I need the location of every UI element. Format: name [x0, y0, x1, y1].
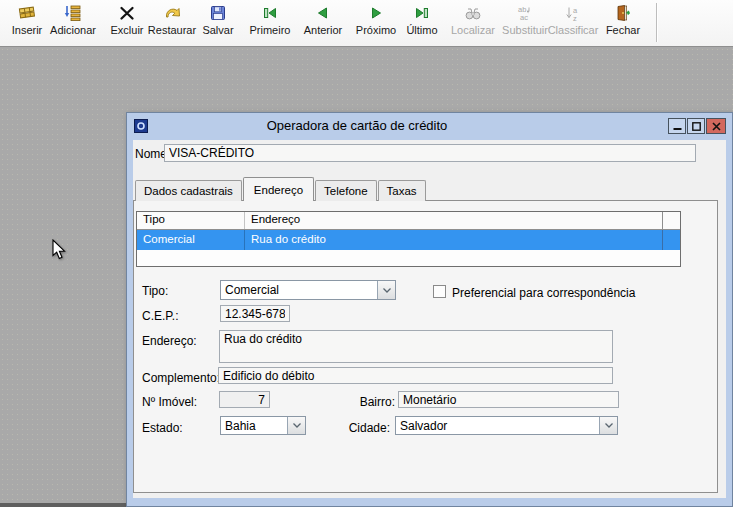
bairro-input[interactable] [398, 391, 619, 408]
mouse-cursor-arrow [52, 239, 66, 265]
toolbar-label: Anterior [304, 24, 343, 36]
toolbar-label: Último [406, 24, 437, 36]
preferencial-checkbox[interactable] [433, 285, 446, 298]
toolbar-label: Primeiro [250, 24, 291, 36]
cidade-combobox[interactable]: Salvador [395, 416, 618, 435]
toolbar-label: Próximo [356, 24, 396, 36]
svg-text:ac: ac [520, 13, 528, 22]
toolbar-button-localizar: Localizar [446, 2, 500, 44]
grid-column-header-tipo[interactable]: Tipo [137, 212, 245, 229]
maximize-icon [692, 122, 701, 131]
estado-combobox[interactable]: Bahia [220, 416, 306, 435]
insert-icon [18, 2, 36, 23]
complemento-input[interactable] [218, 367, 613, 384]
toolbar-button-fechar[interactable]: Fechar [596, 2, 650, 44]
tab-telefone[interactable]: Telefone [315, 180, 376, 201]
grid-cell-spacer [662, 230, 680, 250]
toolbar-label: Localizar [451, 24, 495, 36]
grid-cell-endereco[interactable]: Rua do crédito [245, 230, 663, 250]
toolbar-label: Inserir [12, 24, 43, 36]
toolbar-button-ultimo[interactable]: Último [395, 2, 449, 44]
endereco-tab-panel: Tipo Endereço Comercial Rua do crédito T… [133, 200, 718, 493]
chevron-down-icon[interactable] [599, 417, 617, 434]
cidade-label: Cidade: [344, 421, 390, 435]
toolbar-label: Restaurar [148, 24, 196, 36]
close-icon [712, 122, 721, 131]
sort-icon: az [564, 2, 582, 23]
address-grid: Tipo Endereço Comercial Rua do crédito [136, 211, 681, 267]
toolbar-label: Excluir [110, 24, 143, 36]
nome-input[interactable] [164, 144, 696, 162]
toolbar-button-primeiro[interactable]: Primeiro [243, 2, 297, 44]
grid-column-header-spacer [662, 212, 680, 229]
grid-header: Tipo Endereço [137, 212, 680, 230]
toolbar-label: Fechar [606, 24, 640, 36]
minimize-button[interactable] [668, 118, 686, 134]
bairro-label: Bairro: [344, 395, 395, 409]
find-icon [464, 2, 482, 23]
maximize-button[interactable] [687, 118, 705, 134]
svg-text:z: z [573, 13, 577, 22]
complemento-label: Complemento: [142, 371, 220, 385]
numero-imovel-input[interactable] [219, 391, 270, 408]
endereco-label: Endereço: [142, 334, 197, 348]
chevron-down-icon[interactable] [287, 417, 305, 434]
last-record-icon [413, 2, 431, 23]
toolbar-button-substituir: abac Substituir [498, 2, 552, 44]
grid-cell-tipo[interactable]: Comercial [137, 230, 245, 250]
numero-imovel-label: Nº Imóvel: [142, 395, 197, 409]
dialog-client-area: Nome: Dados cadastrais Endereço Telefone… [133, 140, 726, 498]
exit-door-icon [614, 2, 632, 23]
cep-label: C.E.P.: [142, 309, 178, 323]
save-icon [209, 2, 227, 23]
chevron-down-icon[interactable] [377, 281, 395, 299]
first-record-icon [261, 2, 279, 23]
tipo-label: Tipo: [142, 284, 168, 298]
toolbar-button-salvar[interactable]: Salvar [191, 2, 245, 44]
toolbar-separator [656, 3, 657, 42]
delete-icon [118, 2, 136, 23]
estado-combobox-value: Bahia [221, 419, 287, 433]
cep-input[interactable] [220, 305, 290, 322]
toolbar-label: Substituir [502, 24, 548, 36]
preferencial-label: Preferencial para correspondência [452, 286, 635, 300]
tipo-combobox[interactable]: Comercial [220, 280, 396, 300]
estado-label: Estado: [142, 421, 183, 435]
minimize-icon [673, 122, 682, 131]
toolbar-label: Adicionar [50, 24, 96, 36]
credit-card-operator-window: Operadora de cartão de crédito Nome: Dad… [126, 112, 733, 507]
tab-strip: Dados cadastrais Endereço Telefone Taxas [135, 177, 427, 201]
grid-row-selected[interactable]: Comercial Rua do crédito [137, 230, 680, 250]
append-icon [64, 2, 82, 23]
main-toolbar: Inserir Adicionar Excluir Restaurar Salv… [0, 0, 733, 47]
close-button[interactable] [706, 118, 726, 134]
tipo-combobox-value: Comercial [221, 283, 377, 297]
window-titlebar[interactable]: Operadora de cartão de crédito [127, 113, 732, 140]
toolbar-button-adicionar[interactable]: Adicionar [46, 2, 100, 44]
previous-record-icon [314, 2, 332, 23]
toolbar-label: Classificar [548, 24, 599, 36]
toolbar-button-anterior[interactable]: Anterior [296, 2, 350, 44]
window-title: Operadora de cartão de crédito [267, 118, 448, 133]
cidade-combobox-value: Salvador [396, 419, 599, 433]
grid-column-header-endereco[interactable]: Endereço [245, 212, 663, 229]
replace-icon: abac [516, 2, 534, 23]
next-record-icon [367, 2, 385, 23]
screen-bottom-edge [0, 503, 126, 507]
endereco-textarea[interactable]: Rua do crédito [219, 330, 613, 363]
toolbar-label: Salvar [202, 24, 233, 36]
toolbar-button-classificar: az Classificar [546, 2, 600, 44]
restore-icon [163, 2, 181, 23]
app-icon[interactable] [134, 119, 148, 133]
tab-taxas[interactable]: Taxas [378, 180, 426, 201]
tab-dados-cadastrais[interactable]: Dados cadastrais [135, 180, 242, 201]
tab-endereco[interactable]: Endereço [243, 177, 314, 201]
